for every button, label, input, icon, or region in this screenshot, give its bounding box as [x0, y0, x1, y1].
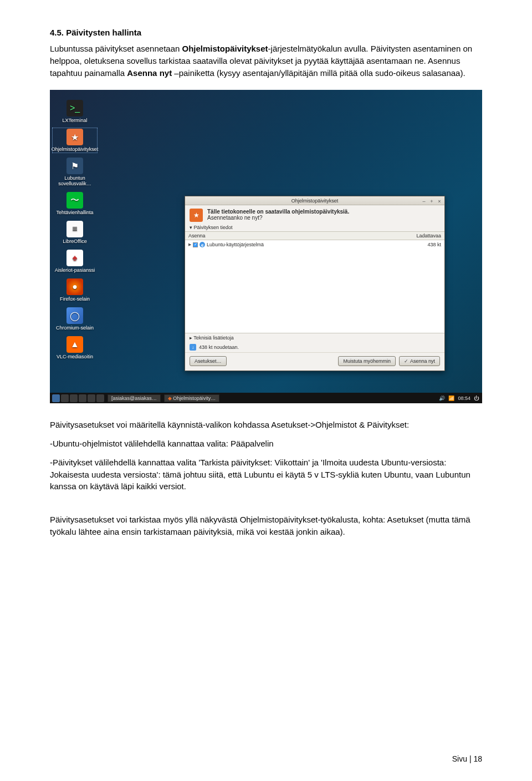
desktop-icon-chromium[interactable]: ◯ Chromium-selain	[53, 307, 96, 331]
update-details-disclosure[interactable]: ▾ Päivityksen tiedot	[185, 223, 444, 231]
taskbar-task-terminal[interactable]: [asiakas@asiakas…	[108, 394, 161, 402]
download-text: 438 kt noudetaan.	[199, 344, 239, 350]
store-icon: ⚑	[66, 158, 83, 174]
update-star-icon: ★	[190, 209, 203, 222]
bullet-updates-tab: -Päivitykset välilehdellä kannattaa vali…	[50, 457, 482, 493]
column-install: Asenna	[188, 233, 402, 239]
section-heading: 4.5. Päivitysten hallinta	[50, 28, 482, 37]
banner-line1: Tälle tietokoneelle on saatavilla ohjelm…	[207, 209, 349, 215]
install-now-button[interactable]: ✓Asenna nyt	[399, 356, 440, 366]
para1-a: Lubuntussa päivitykset asennetaan	[50, 44, 182, 53]
desktop-label: Ohjelmistopäivitykset	[52, 146, 99, 152]
check-icon: ✓	[404, 358, 408, 364]
desktop-icon-taskmanager[interactable]: 〜 Tehtävienhallinta	[53, 192, 96, 215]
desktop-icon-softwarecenter[interactable]: ⚑ Lubuntun sovellusvalik…	[53, 158, 96, 186]
cards-icon: ♠	[66, 250, 83, 266]
closing-paragraph: Päivitysasetukset voi tarkistaa myös yll…	[50, 514, 482, 538]
desktop-label: Lubuntun sovellusvalik…	[53, 175, 96, 186]
para1-b-bold: Ohjelmistopäivitykset	[182, 44, 268, 53]
update-row[interactable]: ▶ ✓ ◐ Lubuntu-käyttöjärjestelmä 438 kt	[185, 240, 444, 249]
volume-icon[interactable]: 🔊	[439, 395, 445, 401]
desktop-label: Aisleriot-pasianssi	[55, 267, 95, 273]
desktop-icon-firefox[interactable]: ● Firefox-selain	[53, 278, 96, 302]
button-row: Asetukset… Muistuta myöhemmin ✓Asenna ny…	[185, 352, 444, 371]
clock[interactable]: 08:54	[458, 395, 470, 401]
para1-e: –painiketta (kysyy asentajan/ylläpitäjän…	[172, 68, 465, 78]
window-title: Ohjelmistopäivitykset	[291, 198, 339, 204]
desktop-label: Tehtävienhallinta	[56, 210, 93, 215]
desktop-label: VLC-mediasoitin	[57, 354, 93, 359]
taskbar-task-label: Ohjelmistopäivity…	[173, 395, 216, 401]
desktop-icon-libreoffice[interactable]: ≡ LibreOffice	[53, 221, 96, 244]
maximize-icon[interactable]: +	[429, 197, 434, 206]
power-icon[interactable]: ⏻	[474, 395, 479, 401]
window-titlebar[interactable]: Ohjelmistopäivitykset – + ×	[185, 196, 444, 205]
update-banner: ★ Tälle tietokoneelle on saatavilla ohje…	[185, 205, 444, 223]
bullet-ubuntu-tab: -Ubuntu-ohjelmistot välilehdellä kannatt…	[50, 438, 482, 450]
page-footer: Sivu | 18	[452, 754, 482, 763]
settings-button[interactable]: Asetukset…	[190, 356, 227, 366]
start-menu-icon[interactable]	[52, 394, 60, 402]
settings-paragraph: Päivitysasetukset voi määritellä käynnis…	[50, 419, 482, 431]
task-icon: 〜	[66, 192, 83, 209]
libreoffice-icon: ≡	[66, 221, 83, 237]
desktop-icons-column: >_ LXTerminal ★ Ohjelmistopäivitykset ⚑ …	[53, 100, 96, 359]
banner-line2: Asennetaanko ne nyt?	[207, 215, 349, 221]
window-controls: – + ×	[421, 197, 442, 206]
update-name: Lubuntu-käyttöjärjestelmä	[207, 242, 401, 247]
desktop-label: Firefox-selain	[60, 296, 90, 302]
network-icon[interactable]: 📶	[448, 395, 454, 401]
taskbar-task-updates[interactable]: ◆ Ohjelmistopäivity…	[164, 394, 220, 402]
desktop-label: Chromium-selain	[56, 325, 94, 331]
firefox-icon: ●	[66, 278, 83, 295]
terminal-icon: >_	[66, 100, 83, 116]
desktop-icon-updates[interactable]: ★ Ohjelmistopäivitykset	[53, 129, 96, 152]
tray-icon[interactable]	[96, 394, 104, 402]
desktop-icon-lxterminal[interactable]: >_ LXTerminal	[53, 100, 96, 123]
software-updates-window: Ohjelmistopäivitykset – + × ★ Tälle tiet…	[185, 196, 445, 371]
taskbar-left: [asiakas@asiakas… ◆ Ohjelmistopäivity…	[50, 394, 219, 402]
taskbar-right: 🔊 📶 08:54 ⏻	[439, 395, 482, 401]
update-list: ▶ ✓ ◐ Lubuntu-käyttöjärjestelmä 438 kt	[185, 240, 444, 333]
install-now-label: Asenna nyt	[410, 358, 435, 364]
taskbar: [asiakas@asiakas… ◆ Ohjelmistopäivity… 🔊…	[50, 393, 482, 403]
updates-icon: ★	[66, 129, 83, 145]
para1-d-bold: Asenna nyt	[127, 68, 172, 78]
lubuntu-desktop-screenshot: >_ LXTerminal ★ Ohjelmistopäivitykset ⚑ …	[50, 90, 482, 403]
tray-icon[interactable]	[70, 394, 78, 402]
intro-paragraph: Lubuntussa päivitykset asennetaan Ohjelm…	[50, 43, 482, 79]
updates-small-icon: ◆	[168, 395, 172, 401]
chromium-icon: ◯	[66, 307, 83, 324]
update-list-header: Asenna Ladattavaa	[185, 231, 444, 240]
vlc-icon: ▲	[66, 336, 83, 353]
column-download: Ladattavaa	[402, 233, 441, 239]
technical-details-disclosure[interactable]: ▸ Teknisiä lisätietoja	[185, 333, 444, 342]
tray-icon[interactable]	[79, 394, 86, 402]
desktop-label: LibreOffice	[63, 239, 86, 244]
desktop-icon-vlc[interactable]: ▲ VLC-mediasoitin	[53, 336, 96, 359]
update-size: 438 kt	[402, 242, 441, 247]
expand-triangle-icon[interactable]: ▶	[188, 242, 191, 247]
download-info: ↓ 438 kt noudetaan.	[185, 342, 444, 352]
tray-icon[interactable]	[61, 394, 69, 402]
tray-icon[interactable]	[88, 394, 95, 402]
desktop-icon-aisleriot[interactable]: ♠ Aisleriot-pasianssi	[53, 250, 96, 273]
remind-later-button[interactable]: Muistuta myöhemmin	[338, 356, 396, 366]
desktop-label: LXTerminal	[62, 118, 87, 123]
ubuntu-circle-icon: ◐	[200, 242, 205, 247]
close-icon[interactable]: ×	[437, 197, 442, 206]
download-icon: ↓	[190, 344, 196, 351]
minimize-icon[interactable]: –	[421, 197, 427, 206]
update-checkbox[interactable]: ✓	[193, 242, 198, 247]
